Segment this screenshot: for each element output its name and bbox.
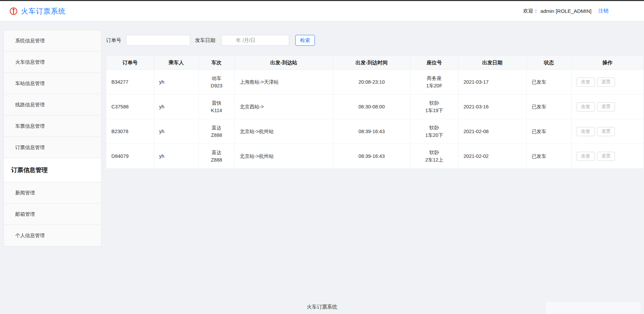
- table-row: C37588yh普快K114北京西站->06:30-08:00软卧1车19下20…: [106, 95, 644, 119]
- sidebar-item-train-info[interactable]: 火车信息管理: [4, 51, 101, 73]
- cell-status: 已发车: [527, 95, 572, 119]
- refund-ticket-button[interactable]: 退票: [597, 78, 615, 87]
- cell-time: 06:30-08:00: [333, 95, 410, 119]
- sidebar-item-personal-info[interactable]: 个人信息管理: [4, 225, 101, 246]
- column-header-train: 车次: [199, 56, 235, 70]
- main-content: 订单号 发车日期 年 /月/日 检索 订单号乘车人车次出发-到达站出发-到达时间…: [106, 30, 644, 169]
- cell-actions: 改签退票: [572, 95, 644, 119]
- cell-date: 2021-02-02: [458, 144, 527, 169]
- column-header-status: 状态: [527, 56, 572, 70]
- cell-time: 08:39-16:43: [333, 144, 410, 169]
- order-no-input[interactable]: [126, 35, 190, 46]
- app-title: 火车订票系统: [21, 6, 66, 16]
- cell-train: 直达Z888: [199, 119, 235, 144]
- cell-seat: 商务座1车20F: [410, 70, 458, 95]
- refund-ticket-button[interactable]: 退票: [597, 152, 615, 161]
- cell-actions: 改签退票: [572, 70, 644, 95]
- orders-table: 订单号乘车人车次出发-到达站出发-到达时间座位号出发日期状态操作 B34277y…: [106, 56, 644, 169]
- user-area: 欢迎： admin [ROLE_ADMIN] 注销: [523, 8, 608, 14]
- sidebar-item-system-info[interactable]: 系统信息管理: [4, 30, 101, 51]
- column-header-route: 出发-到达站: [235, 56, 333, 70]
- cell-status: 已发车: [527, 70, 572, 95]
- cell-status: 已发车: [527, 144, 572, 169]
- cell-seat: 软卧1车20下: [410, 119, 458, 144]
- cell-train: 直达Z888: [199, 144, 235, 169]
- cell-passenger: yh: [154, 70, 199, 95]
- cell-passenger: yh: [154, 119, 199, 144]
- column-header-date: 出发日期: [458, 56, 527, 70]
- cell-actions: 改签退票: [572, 119, 644, 144]
- order-no-label: 订单号: [106, 37, 121, 44]
- cell-order-no: B23078: [106, 119, 154, 144]
- cell-time: 08:39-16:43: [333, 119, 410, 144]
- cell-seat: 软卧1车19下: [410, 95, 458, 119]
- cell-order-no: C37588: [106, 95, 154, 119]
- refund-ticket-button[interactable]: 退票: [597, 127, 615, 136]
- cell-passenger: yh: [154, 95, 199, 119]
- column-header-time: 出发-到达时间: [333, 56, 410, 70]
- cell-actions: 改签退票: [572, 144, 644, 169]
- username-text: admin [ROLE_ADMIN]: [540, 8, 592, 14]
- cell-order-no: B34277: [106, 70, 154, 95]
- sidebar-nav: 系统信息管理火车信息管理车站信息管理线路信息管理车票信息管理订票信息管理订票信息…: [3, 30, 102, 247]
- footer-text: 火车订票系统: [0, 304, 644, 310]
- cell-route: 北京站->杭州站: [235, 144, 333, 169]
- search-button[interactable]: 检索: [295, 35, 315, 46]
- cell-route: 上海南站->天津站: [235, 70, 333, 95]
- sidebar-item-mailbox[interactable]: 邮箱管理: [4, 204, 101, 225]
- change-ticket-button[interactable]: 改签: [577, 102, 595, 111]
- cell-order-no: D84079: [106, 144, 154, 169]
- cell-status: 已发车: [527, 119, 572, 144]
- sidebar-item-booking-info[interactable]: 订票信息管理: [4, 137, 101, 158]
- table-header-row: 订单号乘车人车次出发-到达站出发-到达时间座位号出发日期状态操作: [106, 56, 644, 70]
- table-row: D84079yh直达Z888北京站->杭州站08:39-16:43软卧2车12上…: [106, 144, 644, 169]
- top-header: 火车订票系统 欢迎： admin [ROLE_ADMIN] 注销: [0, 1, 644, 21]
- sidebar-item-news[interactable]: 新闻管理: [4, 182, 101, 204]
- search-form: 订单号 发车日期 年 /月/日 检索: [106, 35, 644, 46]
- china-railway-logo-icon: [9, 7, 18, 15]
- change-ticket-button[interactable]: 改签: [577, 127, 595, 136]
- column-header-order-no: 订单号: [106, 56, 154, 70]
- sidebar-item-booking-info-active[interactable]: 订票信息管理: [4, 158, 101, 182]
- sidebar-item-ticket-info[interactable]: 车票信息管理: [4, 116, 101, 137]
- refund-ticket-button[interactable]: 退票: [597, 102, 615, 111]
- cell-date: 2021-03-16: [458, 95, 527, 119]
- cell-route: 北京西站->: [235, 95, 333, 119]
- cell-date: 2021-03-17: [458, 70, 527, 95]
- cell-date: 2021-02-08: [458, 119, 527, 144]
- cell-seat: 软卧2车12上: [410, 144, 458, 169]
- cell-route: 北京站->杭州站: [235, 119, 333, 144]
- column-header-seat: 座位号: [410, 56, 458, 70]
- cell-time: 20:08-23:10: [333, 70, 410, 95]
- table-row: B34277yh动车D923上海南站->天津站20:08-23:10商务座1车2…: [106, 70, 644, 95]
- departure-date-label: 发车日期: [195, 37, 215, 44]
- cell-train: 动车D923: [199, 70, 235, 95]
- change-ticket-button[interactable]: 改签: [577, 78, 595, 87]
- date-placeholder-text: 年 /月/日: [236, 37, 256, 44]
- logout-link[interactable]: 注销: [598, 8, 608, 14]
- departure-date-input[interactable]: 年 /月/日: [221, 35, 289, 46]
- change-ticket-button[interactable]: 改签: [577, 152, 595, 161]
- brand: 火车订票系统: [9, 6, 66, 16]
- sidebar-item-route-info[interactable]: 线路信息管理: [4, 94, 101, 116]
- cell-train: 普快K114: [199, 95, 235, 119]
- column-header-actions: 操作: [572, 56, 644, 70]
- table-row: B23078yh直达Z888北京站->杭州站08:39-16:43软卧1车20下…: [106, 119, 644, 144]
- cell-passenger: yh: [154, 144, 199, 169]
- column-header-passenger: 乘车人: [154, 56, 199, 70]
- welcome-label: 欢迎：: [523, 8, 538, 14]
- sidebar-item-station-info[interactable]: 车站信息管理: [4, 73, 101, 94]
